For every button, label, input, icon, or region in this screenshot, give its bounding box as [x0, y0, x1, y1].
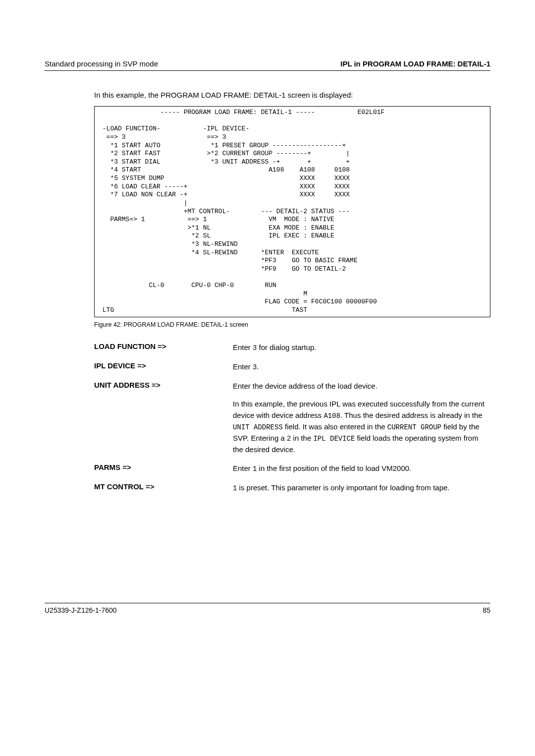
terminal-screen: ----- PROGRAM LOAD FRAME: DETAIL-1 -----… — [94, 106, 490, 317]
text: . — [257, 362, 259, 371]
def-desc: Enter the device address of the load dev… — [233, 381, 490, 456]
text: Enter the device address of the load dev… — [233, 381, 490, 392]
header-right: IPL in PROGRAM LOAD FRAME: DETAIL-1 — [340, 59, 490, 68]
text: in the first position of the field to lo… — [257, 464, 411, 472]
text: in the — [291, 434, 313, 442]
def-term: LOAD FUNCTION => — [94, 342, 233, 353]
page-footer: U25339-J-Z126-1-7600 85 — [45, 603, 490, 614]
def-term: MT CONTROL => — [94, 482, 233, 494]
def-term: IPL DEVICE => — [94, 361, 233, 373]
text: . Thus the desired address is already in… — [340, 411, 482, 419]
code: CURRENT GROUP — [387, 423, 441, 431]
text: Enter — [233, 343, 253, 351]
text: is preset. This parameter is only import… — [237, 483, 449, 492]
text: In this example, the previous IPL was ex… — [233, 399, 490, 455]
def-desc: Enter 1 in the first position of the fie… — [233, 463, 490, 474]
def-desc: 1 is preset. This parameter is only impo… — [233, 482, 490, 494]
text: Enter — [233, 464, 253, 472]
def-mt-control: MT CONTROL => 1 is preset. This paramete… — [94, 482, 490, 494]
text: for dialog startup. — [257, 343, 316, 351]
def-desc: Enter 3 for dialog startup. — [233, 342, 490, 353]
def-ipl-device: IPL DEVICE => Enter 3. — [94, 361, 490, 373]
def-term: UNIT ADDRESS => — [94, 381, 233, 456]
code: UNIT ADDRESS — [233, 423, 283, 431]
def-term: PARMS => — [94, 463, 233, 474]
footer-left: U25339-J-Z126-1-7600 — [45, 606, 117, 614]
page-header: Standard processing in SVP mode IPL in P… — [45, 59, 490, 71]
def-unit-address: UNIT ADDRESS => Enter the device address… — [94, 381, 490, 456]
header-left: Standard processing in SVP mode — [45, 59, 158, 68]
footer-page-number: 85 — [482, 606, 490, 614]
text: Enter — [233, 362, 253, 371]
def-load-function: LOAD FUNCTION => Enter 3 for dialog star… — [94, 342, 490, 353]
intro-text: In this example, the PROGRAM LOAD FRAME:… — [94, 91, 490, 99]
def-parms: PARMS => Enter 1 in the first position o… — [94, 463, 490, 474]
text: field. It was also entered in the — [283, 422, 387, 431]
figure-caption: Figure 42: PROGRAM LOAD FRAME: DETAIL-1 … — [94, 321, 490, 328]
def-desc: Enter 3. — [233, 361, 490, 373]
code: A108 — [323, 412, 340, 420]
code: IPL DEVICE — [313, 435, 355, 443]
